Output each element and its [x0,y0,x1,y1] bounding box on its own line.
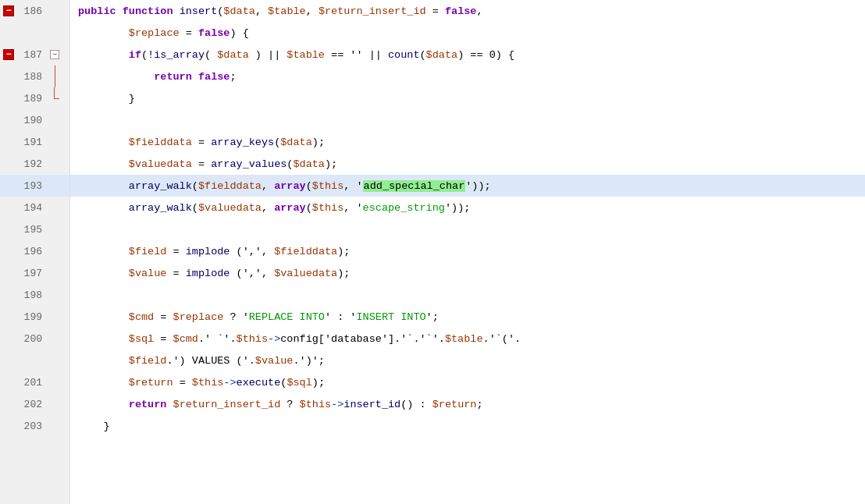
line-number: 186 [17,0,48,22]
code-token: $data [217,49,249,61]
breakpoint-area[interactable] [0,175,17,197]
code-token [78,202,129,214]
breakpoint-area[interactable] [0,306,17,328]
line-number: 198 [17,284,48,306]
code-token: , ' [344,202,362,214]
breakpoint-area[interactable] [0,262,17,284]
code-line: array_walk($fielddata, array($this, 'add… [70,175,865,197]
breakpoint-area[interactable] [0,131,17,153]
breakpoint-area[interactable] [0,197,17,218]
code-token: = [166,246,185,257]
code-token: (! [141,49,154,61]
breakpoint-area[interactable] [0,393,17,415]
breakpoint-marker[interactable]: − [3,49,14,60]
fold-area [48,87,61,109]
fold-button[interactable]: − [50,50,59,59]
line-number: 195 [17,218,48,240]
breakpoint-area[interactable]: − [0,44,17,66]
code-token: ( [192,180,198,192]
breakpoint-area[interactable] [0,371,17,393]
code-token: $field [129,246,167,257]
code-token: , [476,5,482,17]
code-token: $data [223,5,255,17]
code-line: $cmd = $replace ? 'REPLACE INTO' : 'INSE… [70,306,865,328]
code-token: ) || [249,49,287,61]
line-number: 203 [17,415,48,437]
code-token: .') VALUES ('. [166,355,255,367]
breakpoint-area[interactable] [0,350,17,371]
gutter-row: 199 [0,306,69,328]
gutter-row: 189 [0,87,69,109]
gutter-row: 190 [0,109,69,131]
code-token: ')); [465,180,490,192]
line-number: 191 [17,131,48,153]
code-token: implode [186,246,230,257]
fold-area [48,284,61,306]
breakpoint-area[interactable] [0,66,17,87]
code-token: '; [426,311,439,323]
code-token: execute [237,377,281,389]
breakpoint-area[interactable] [0,109,17,131]
code-line: $value = implode (',', $valuedata); [70,262,865,284]
code-token: ? ' [223,311,248,323]
code-line [70,284,865,306]
breakpoint-area[interactable] [0,87,17,109]
code-token: .')'; [293,355,325,367]
code-token: -> [223,377,236,389]
code-token: implode [186,268,230,279]
breakpoint-area[interactable] [0,240,17,262]
code-line: } [70,87,865,109]
code-line: return false; [70,66,865,87]
code-token [78,246,129,257]
code-token: ( [192,202,198,214]
breakpoint-area[interactable]: − [0,0,17,22]
breakpoint-area[interactable] [0,415,17,437]
code-token: ( [306,202,312,214]
code-token: , ' [344,180,362,192]
fold-area: − [48,44,61,66]
code-token: escape_string [363,202,445,214]
code-token: array_walk [129,180,192,192]
breakpoint-area[interactable] [0,153,17,175]
code-token: $return [129,377,173,389]
breakpoint-area[interactable] [0,284,17,306]
code-token [78,137,129,148]
code-token: $table [287,49,325,61]
gutter-row: 193 [0,175,69,197]
code-token: ); [312,377,325,389]
code-token: (',', [230,268,274,279]
code-token: if [129,49,141,61]
code-line: $valuedata = array_values($data); [70,153,865,175]
code-token: config['database']. [280,333,400,345]
line-number: 194 [17,197,48,218]
code-editor: −186−187−1881891901911921931941951961971… [0,0,865,504]
code-token: function [123,5,180,17]
code-token: $this [300,399,332,410]
code-token [78,399,129,410]
gutter-row: 198 [0,284,69,306]
breakpoint-area[interactable] [0,328,17,350]
code-token: $cmd [173,333,198,345]
fold-area [48,262,61,284]
code-token: == '' || [325,49,388,61]
code-token: , [306,5,319,17]
line-gutter: −186−187−1881891901911921931941951961971… [0,0,70,504]
gutter-row: 195 [0,218,69,240]
code-token [78,311,129,323]
breakpoint-marker[interactable]: − [3,5,14,16]
breakpoint-area[interactable] [0,22,17,44]
fold-area [48,393,61,415]
code-token [78,27,129,39]
code-token: ')); [445,202,470,214]
code-content: public function insert($data, $table, $r… [70,0,865,504]
gutter-row [0,22,69,44]
code-token [78,49,129,61]
breakpoint-area[interactable] [0,218,17,240]
code-token: $data [280,137,312,148]
code-token: false [198,27,230,39]
code-token: = [173,377,192,389]
code-token: -> [268,333,280,345]
code-token: $table [268,5,306,17]
gutter-row: 191 [0,131,69,153]
code-token: ); [337,246,350,257]
